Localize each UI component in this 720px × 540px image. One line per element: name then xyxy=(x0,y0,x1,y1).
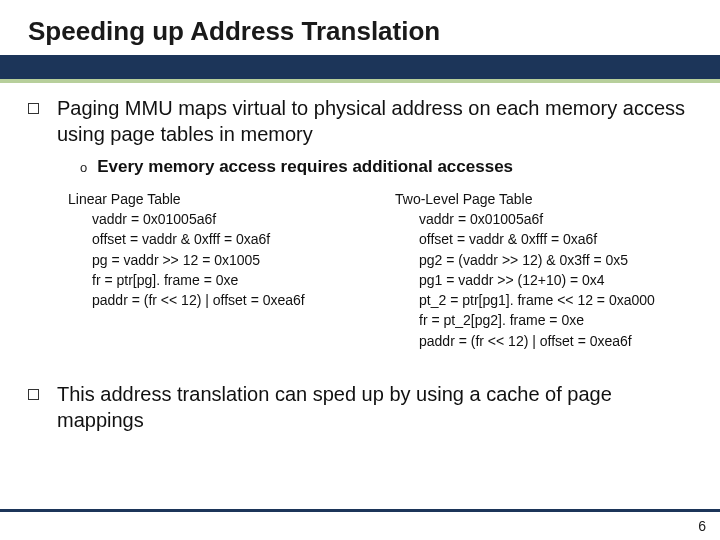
sub-bullet-item: o Every memory access requires additiona… xyxy=(80,157,692,177)
sub-bullet-text: Every memory access requires additional … xyxy=(97,157,513,177)
square-bullet-icon xyxy=(28,103,39,114)
body-area: Paging MMU maps virtual to physical addr… xyxy=(0,83,720,540)
code-line: vaddr = 0x01005a6f xyxy=(92,209,365,229)
bullet-text: Paging MMU maps virtual to physical addr… xyxy=(57,95,692,147)
square-bullet-icon xyxy=(28,389,39,400)
column-lines: vaddr = 0x01005a6f offset = vaddr & 0xff… xyxy=(68,209,365,310)
code-line: paddr = (fr << 12) | offset = 0xea6f xyxy=(92,290,365,310)
title-area: Speeding up Address Translation xyxy=(0,0,720,55)
code-line: offset = vaddr & 0xfff = 0xa6f xyxy=(92,229,365,249)
code-line: pg1 = vaddr >> (12+10) = 0x4 xyxy=(419,270,692,290)
columns: Linear Page Table vaddr = 0x01005a6f off… xyxy=(68,191,692,351)
bullet-text: This address translation can sped up by … xyxy=(57,381,692,433)
column-right: Two-Level Page Table vaddr = 0x01005a6f … xyxy=(395,191,692,351)
code-line: pg2 = (vaddr >> 12) & 0x3ff = 0x5 xyxy=(419,250,692,270)
footer-line xyxy=(0,509,720,512)
slide-title: Speeding up Address Translation xyxy=(28,16,692,47)
code-line: vaddr = 0x01005a6f xyxy=(419,209,692,229)
banner-stripe xyxy=(0,55,720,83)
column-left: Linear Page Table vaddr = 0x01005a6f off… xyxy=(68,191,365,351)
column-title: Linear Page Table xyxy=(68,191,365,207)
column-title: Two-Level Page Table xyxy=(395,191,692,207)
bullet-item: Paging MMU maps virtual to physical addr… xyxy=(28,95,692,147)
code-line: paddr = (fr << 12) | offset = 0xea6f xyxy=(419,331,692,351)
circle-bullet-icon: o xyxy=(80,160,87,175)
code-line: pg = vaddr >> 12 = 0x1005 xyxy=(92,250,365,270)
code-line: fr = pt_2[pg2]. frame = 0xe xyxy=(419,310,692,330)
code-line: fr = ptr[pg]. frame = 0xe xyxy=(92,270,365,290)
code-line: offset = vaddr & 0xfff = 0xa6f xyxy=(419,229,692,249)
bullet-item: This address translation can sped up by … xyxy=(28,381,692,433)
code-line: pt_2 = ptr[pg1]. frame << 12 = 0xa000 xyxy=(419,290,692,310)
slide: Speeding up Address Translation Paging M… xyxy=(0,0,720,540)
page-number: 6 xyxy=(698,518,706,534)
column-lines: vaddr = 0x01005a6f offset = vaddr & 0xff… xyxy=(395,209,692,351)
